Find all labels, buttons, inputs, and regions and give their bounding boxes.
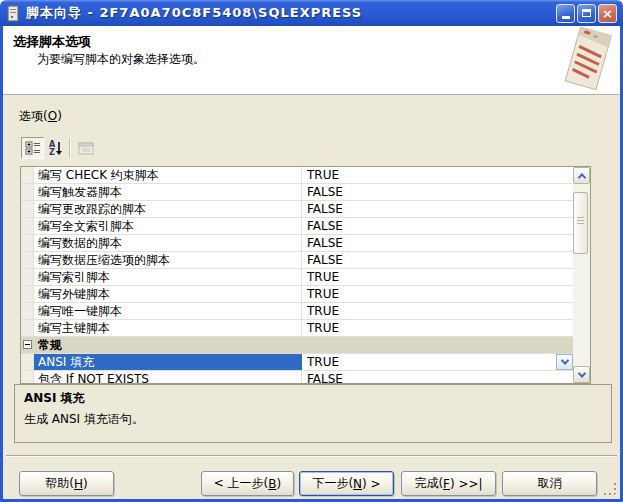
property-row[interactable]: 编写触发器脚本FALSE	[21, 184, 573, 201]
property-grid-toolbar: A Z	[21, 136, 97, 160]
property-value: TRUE	[302, 269, 573, 285]
property-row[interactable]: 编写全文索引脚本FALSE	[21, 218, 573, 235]
page-subtitle: 为要编写脚本的对象选择选项。	[37, 51, 205, 68]
row-margin	[21, 252, 34, 268]
property-label: 编写全文索引脚本	[34, 218, 302, 234]
row-margin	[21, 184, 34, 200]
property-value-text: TRUE	[307, 270, 339, 284]
row-margin	[21, 235, 34, 251]
property-label: 编写数据压缩选项的脚本	[34, 252, 302, 268]
minimize-icon	[562, 16, 570, 19]
alphabetical-sort-button[interactable]: A Z	[44, 137, 67, 159]
property-label: 编写 CHECK 约束脚本	[34, 167, 302, 183]
property-label: 包含 If NOT EXISTS	[34, 371, 302, 383]
category-label: 常规	[34, 337, 302, 353]
property-row[interactable]: 编写数据压缩选项的脚本FALSE	[21, 252, 573, 269]
property-value: TRUE	[302, 303, 573, 319]
close-icon: ×	[602, 7, 613, 20]
row-margin	[21, 269, 34, 285]
options-label: 选项(O)	[19, 108, 62, 125]
property-value: FALSE	[302, 371, 573, 383]
property-value: FALSE	[302, 235, 573, 251]
maximize-icon	[582, 9, 591, 17]
property-label: 编写更改跟踪的脚本	[34, 201, 302, 217]
property-value-text: TRUE	[307, 304, 339, 318]
property-grid-rows: 编写 CHECK 约束脚本TRUE编写触发器脚本FALSE编写更改跟踪的脚本FA…	[21, 167, 573, 383]
titlebar[interactable]: 脚本向导 - 2F7A0A70C8F5408\SQLEXPRESS ×	[0, 0, 623, 26]
scroll-down-button[interactable]	[573, 366, 590, 383]
scrollbar-thumb[interactable]	[573, 192, 588, 254]
property-label: 编写索引脚本	[34, 269, 302, 285]
scroll-up-button[interactable]	[573, 167, 590, 184]
script-wizard-window: 脚本向导 - 2F7A0A70C8F5408\SQLEXPRESS × 选择脚本…	[0, 0, 623, 502]
property-label: ANSI 填充	[34, 354, 302, 370]
property-row[interactable]: 编写主键脚本TRUE	[21, 320, 573, 337]
property-value-text: TRUE	[307, 321, 339, 335]
resize-grip[interactable]	[604, 483, 618, 497]
row-margin	[21, 337, 34, 353]
property-value: TRUE	[302, 320, 573, 336]
back-button[interactable]: < 上一步(B)	[201, 471, 294, 496]
property-value: FALSE	[302, 252, 573, 268]
scrollbar-track[interactable]	[573, 184, 590, 366]
close-button[interactable]: ×	[598, 4, 617, 23]
property-grid: 编写 CHECK 约束脚本TRUE编写触发器脚本FALSE编写更改跟踪的脚本FA…	[20, 166, 591, 384]
property-value: FALSE	[302, 218, 573, 234]
svg-text:Z: Z	[49, 148, 55, 156]
property-pages-icon	[78, 142, 94, 155]
maximize-button[interactable]	[577, 4, 596, 23]
page-title: 选择脚本选项	[13, 33, 91, 51]
property-row[interactable]: 包含 If NOT EXISTSFALSE	[21, 371, 573, 383]
property-label: 编写数据的脚本	[34, 235, 302, 251]
footer-divider	[6, 455, 617, 457]
property-value	[302, 337, 573, 353]
window-title: 脚本向导 - 2F7A0A70C8F5408\SQLEXPRESS	[26, 4, 556, 22]
wizard-banner: 选择脚本选项 为要编写脚本的对象选择选项。	[3, 26, 620, 95]
property-value-text: FALSE	[307, 219, 343, 233]
property-row[interactable]: 编写 CHECK 约束脚本TRUE	[21, 167, 573, 184]
value-dropdown-button[interactable]	[556, 354, 573, 370]
az-sort-icon: A Z	[48, 140, 64, 156]
property-row[interactable]: 编写外键脚本TRUE	[21, 286, 573, 303]
property-row[interactable]: 编写索引脚本TRUE	[21, 269, 573, 286]
property-value: TRUE	[302, 286, 573, 302]
collapse-minus-icon[interactable]	[23, 340, 32, 349]
property-row[interactable]: 编写更改跟踪的脚本FALSE	[21, 201, 573, 218]
property-value-text: FALSE	[307, 236, 343, 250]
row-margin	[21, 354, 34, 370]
category-row[interactable]: 常规	[21, 337, 573, 354]
finish-button[interactable]: 完成(F) >>|	[401, 471, 496, 496]
row-margin	[21, 286, 34, 302]
vertical-scrollbar[interactable]	[573, 167, 590, 383]
minimize-button[interactable]	[556, 4, 575, 23]
property-value: FALSE	[302, 201, 573, 217]
description-title: ANSI 填充	[24, 390, 602, 407]
property-label: 编写触发器脚本	[34, 184, 302, 200]
row-margin	[21, 371, 34, 383]
property-value-text: TRUE	[307, 355, 339, 369]
help-button[interactable]: 帮助(H)	[19, 471, 114, 496]
row-margin	[21, 201, 34, 217]
categorized-view-button[interactable]	[21, 137, 44, 159]
property-value: FALSE	[302, 184, 573, 200]
property-row[interactable]: 编写数据的脚本FALSE	[21, 235, 573, 252]
property-label: 编写唯一键脚本	[34, 303, 302, 319]
row-margin	[21, 218, 34, 234]
property-row[interactable]: 编写唯一键脚本TRUE	[21, 303, 573, 320]
property-value[interactable]: TRUE	[302, 354, 573, 370]
property-row[interactable]: ANSI 填充TRUE	[21, 354, 573, 371]
cancel-button[interactable]: 取消	[502, 471, 597, 496]
property-label: 编写外键脚本	[34, 286, 302, 302]
property-value-text: FALSE	[307, 202, 343, 216]
row-margin	[21, 320, 34, 336]
dialog-body: 选择脚本选项 为要编写脚本的对象选择选项。 选项(O)	[0, 26, 623, 502]
property-value-text: TRUE	[307, 168, 339, 182]
next-button[interactable]: 下一步(N) >	[299, 471, 394, 496]
script-scroll-icon	[557, 27, 617, 91]
property-value-text: FALSE	[307, 185, 343, 199]
categorized-icon	[25, 140, 41, 156]
app-icon	[6, 5, 21, 22]
toolbar-separator	[69, 138, 70, 158]
property-value: TRUE	[302, 167, 573, 183]
row-margin	[21, 303, 34, 319]
